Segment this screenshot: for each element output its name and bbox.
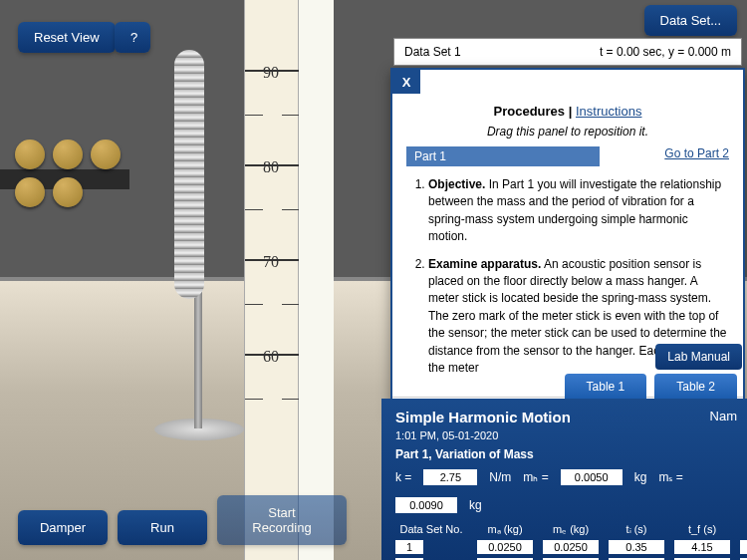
drag-hint: Drag this panel to reposition it. <box>406 125 729 139</box>
spring[interactable] <box>174 50 204 299</box>
cell-input[interactable] <box>740 540 747 554</box>
column-header: t_f (s) <box>674 523 730 536</box>
weight-disc[interactable] <box>53 177 83 207</box>
column-header: mₑ (kg) <box>543 523 599 536</box>
cell-input[interactable] <box>477 540 533 554</box>
mh-input[interactable] <box>561 469 622 485</box>
instructions-link[interactable]: Instructions <box>576 104 641 119</box>
dataset-button[interactable]: Data Set... <box>644 5 737 36</box>
ruler-strip <box>299 0 334 560</box>
start-recording-button[interactable]: Start Recording <box>217 495 347 545</box>
panel-title: Simple Harmonic Motion <box>395 409 733 425</box>
k-input[interactable] <box>423 469 477 485</box>
table1-tab[interactable]: Table 1 <box>565 374 647 400</box>
row-number-input[interactable] <box>395 540 423 554</box>
weight-disc[interactable] <box>91 140 121 169</box>
weights-group[interactable] <box>15 140 124 207</box>
timestamp: 1:01 PM, 05-01-2020 <box>395 429 733 441</box>
dataset-title: Data Set 1 <box>404 45 461 59</box>
part-header: Part 1 <box>406 146 600 166</box>
procedures-tab[interactable]: Procedures <box>494 104 566 119</box>
ms-input[interactable] <box>395 497 457 513</box>
procedure-item: Objective. In Part 1 you will investigat… <box>428 176 729 246</box>
cell-input[interactable] <box>609 540 664 554</box>
reset-view-button[interactable]: Reset View <box>18 22 116 53</box>
weight-disc[interactable] <box>53 140 83 169</box>
cell-input[interactable] <box>543 540 599 554</box>
dataset-status: t = 0.00 sec, y = 0.000 m <box>600 45 731 59</box>
weight-disc[interactable] <box>15 140 45 169</box>
column-header: mₐ (kg) <box>477 523 533 536</box>
part-label: Part 1, Variation of Mass <box>395 447 733 461</box>
table-tabs: Table 1 Table 2 <box>565 374 737 400</box>
ruler <box>244 0 299 560</box>
data-panel: Simple Harmonic Motion Nam 1:01 PM, 05-0… <box>381 399 747 560</box>
column-header: Data Set No. <box>395 523 467 536</box>
damper-button[interactable]: Damper <box>18 510 108 545</box>
goto-part2-link[interactable]: Go to Part 2 <box>664 146 729 160</box>
column-header: tᵢ (s) <box>609 523 664 536</box>
help-button[interactable]: ? <box>115 22 150 53</box>
name-label: Nam <box>710 409 737 423</box>
run-button[interactable]: Run <box>118 510 207 545</box>
lab-manual-button[interactable]: Lab Manual <box>655 344 742 370</box>
dataset-header: Data Set 1 t = 0.00 sec, y = 0.000 m <box>393 38 742 66</box>
row-label <box>395 540 467 554</box>
table2-tab[interactable]: Table 2 <box>654 374 737 400</box>
column-header: Δt (s) <box>740 523 747 536</box>
close-button[interactable]: X <box>392 70 420 94</box>
cell-input[interactable] <box>674 540 730 554</box>
weight-disc[interactable] <box>15 177 45 207</box>
